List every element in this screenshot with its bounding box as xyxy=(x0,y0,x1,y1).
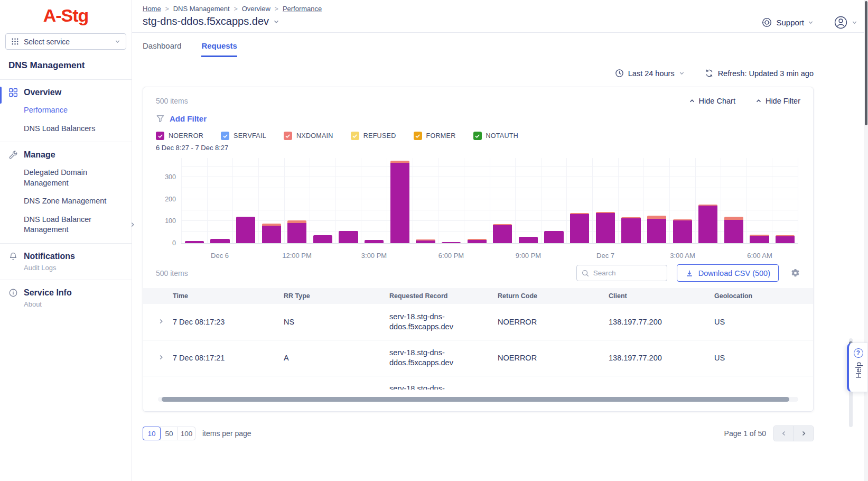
page-size-50[interactable]: 50 xyxy=(160,427,178,440)
chart-bar[interactable] xyxy=(416,239,435,243)
column-header-rr-type[interactable]: RR Type xyxy=(284,288,389,304)
tab-requests[interactable]: Requests xyxy=(201,41,237,57)
chart-bar[interactable] xyxy=(673,219,692,243)
chart-bar[interactable] xyxy=(210,239,229,243)
help-tab[interactable]: ? Help xyxy=(847,343,868,392)
column-header-time[interactable]: Time xyxy=(173,288,284,304)
chart-bar[interactable] xyxy=(544,231,563,243)
table-row[interactable]: 7 Dec 08:17:23NSserv-18.stg-dns-ddos.f5x… xyxy=(143,304,813,340)
filter-checkbox-servfail[interactable]: SERVFAIL xyxy=(221,132,266,140)
chart-x-axis: Dec 612:00 PM3:00 PM6:00 PM9:00 PMDec 73… xyxy=(181,248,798,262)
next-page-button[interactable] xyxy=(794,426,813,441)
chart-bar[interactable] xyxy=(236,217,255,243)
time-range-dropdown[interactable]: Last 24 hours xyxy=(615,69,685,78)
chart-bar[interactable] xyxy=(698,205,717,243)
sidebar-item-service-info[interactable]: Service Info xyxy=(8,288,123,298)
filter-checkbox-former[interactable]: FORMER xyxy=(414,132,456,140)
chart-bar[interactable] xyxy=(621,217,640,243)
sidebar-item-dns-zone-management[interactable]: DNS Zone Management xyxy=(24,196,108,207)
chart-bar[interactable] xyxy=(287,220,306,243)
sidebar-item-performance[interactable]: Performance xyxy=(24,105,108,116)
chart-bar-slot xyxy=(438,158,464,243)
chart-bar-slot xyxy=(721,158,746,243)
select-service-dropdown[interactable]: Select service xyxy=(5,33,126,50)
column-header-requested-record[interactable]: Requested Record xyxy=(389,288,498,304)
column-header-geolocation[interactable]: Geolocation xyxy=(714,288,813,304)
info-icon xyxy=(8,288,18,298)
account-menu[interactable] xyxy=(834,15,857,30)
column-header-return-code[interactable]: Return Code xyxy=(498,288,609,304)
column-header-client[interactable]: Client xyxy=(609,288,714,304)
sidebar-item-manage[interactable]: Manage xyxy=(8,150,123,160)
sidebar-item-delegated-domain-management[interactable]: Delegated Domain Management xyxy=(24,168,108,188)
chart-bar[interactable] xyxy=(776,235,795,243)
row-expand-chevron-icon[interactable] xyxy=(143,304,173,340)
page-scrollbar-thumb[interactable] xyxy=(865,1,867,125)
bar-segment-noerror xyxy=(750,236,769,243)
chart-bar[interactable] xyxy=(596,212,615,243)
page-title-dropdown[interactable]: stg-dns-ddos.f5xcapps.dev xyxy=(143,15,761,27)
breadcrumb-item[interactable]: Performance xyxy=(283,5,322,13)
row-expand-chevron-icon[interactable] xyxy=(143,340,173,376)
sidebar-item-dns-load-balancers[interactable]: DNS Load Balancers xyxy=(24,124,108,134)
chart-bar[interactable] xyxy=(185,241,204,243)
prev-page-button[interactable] xyxy=(774,426,794,441)
filter-checkbox-refused[interactable]: REFUSED xyxy=(351,132,396,140)
checkbox-icon xyxy=(284,132,292,140)
page-scrollbar[interactable] xyxy=(864,0,868,481)
hide-filter-toggle[interactable]: Hide Filter xyxy=(755,97,800,105)
add-filter-button[interactable]: Add Filter xyxy=(156,114,800,123)
horizontal-scrollbar[interactable] xyxy=(158,397,798,402)
filter-checkbox-notauth[interactable]: NOTAUTH xyxy=(473,132,519,140)
sidebar-item-overview[interactable]: Overview xyxy=(8,88,123,97)
sidebar-item-about[interactable]: About xyxy=(8,300,123,308)
bar-segment-noerror xyxy=(647,219,666,243)
chart-bar[interactable] xyxy=(724,217,743,243)
page-size-100[interactable]: 100 xyxy=(178,427,195,440)
chart-bar[interactable] xyxy=(468,239,487,243)
breadcrumb-separator: > xyxy=(234,5,238,13)
breadcrumb-item[interactable]: Overview xyxy=(242,5,270,13)
bar-segment-noerror xyxy=(442,242,461,243)
breadcrumb-item[interactable]: DNS Management xyxy=(173,5,230,13)
filter-checkbox-nxdomain[interactable]: NXDOMAIN xyxy=(284,132,333,140)
chart-bar[interactable] xyxy=(313,235,332,243)
return-code-filters: NOERRORSERVFAILNXDOMAINREFUSEDFORMERNOTA… xyxy=(156,132,800,140)
chart-bar[interactable] xyxy=(339,231,358,243)
sidebar-item-notifications[interactable]: Notifications xyxy=(8,252,123,261)
table-items-count: 500 items xyxy=(156,269,188,278)
horizontal-scrollbar-thumb[interactable] xyxy=(162,397,789,402)
checkbox-icon xyxy=(351,132,359,140)
sidebar-item-dns-load-balancer-management[interactable]: DNS Load Balancer Management xyxy=(24,215,108,235)
bar-segment-noerror xyxy=(185,241,204,243)
search-input[interactable] xyxy=(593,269,662,277)
requests-panel: 500 items Hide Chart Hide Fi xyxy=(143,87,814,412)
download-csv-button[interactable]: Download CSV (500) xyxy=(677,264,779,282)
gear-icon[interactable] xyxy=(790,268,800,278)
chart-bar[interactable] xyxy=(442,242,461,243)
filter-checkbox-noerror[interactable]: NOERROR xyxy=(156,132,203,140)
chart-bar[interactable] xyxy=(262,224,281,243)
table-row[interactable]: serv-18.stg-dns-ddos.f5xcapps.dev xyxy=(143,376,813,390)
refresh-button[interactable]: Refresh: Updated 3 min ago xyxy=(705,69,814,78)
chart-bar[interactable] xyxy=(365,240,384,243)
page-size-10[interactable]: 10 xyxy=(143,427,161,440)
support-menu[interactable]: Support xyxy=(761,17,814,28)
hide-chart-toggle[interactable]: Hide Chart xyxy=(689,97,735,105)
chevron-down-icon xyxy=(852,20,857,25)
chart-bar-slot xyxy=(490,158,516,243)
chart-bar[interactable] xyxy=(493,224,512,243)
row-expand-chevron-icon[interactable] xyxy=(143,376,173,390)
sidebar-section-label: Manage xyxy=(24,150,55,160)
chart-bar[interactable] xyxy=(647,216,666,243)
bar-segment-noerror xyxy=(493,225,512,243)
tab-dashboard[interactable]: Dashboard xyxy=(143,41,181,57)
sidebar-item-audit-logs[interactable]: Audit Logs xyxy=(8,264,123,272)
chart-bar-slot xyxy=(643,158,669,243)
chart-bar[interactable] xyxy=(390,161,409,243)
chart-bar[interactable] xyxy=(519,237,538,243)
chart-bar[interactable] xyxy=(570,213,589,243)
table-row[interactable]: 7 Dec 08:17:21Aserv-18.stg-dns-ddos.f5xc… xyxy=(143,340,813,376)
breadcrumb-item[interactable]: Home xyxy=(143,5,161,13)
chart-bar[interactable] xyxy=(750,235,769,243)
